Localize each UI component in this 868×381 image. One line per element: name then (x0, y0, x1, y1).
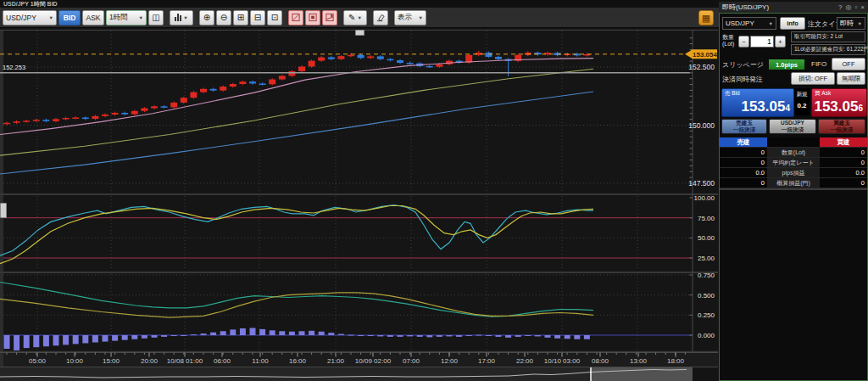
svg-text:25.00: 25.00 (698, 255, 715, 262)
sell-header: 売建 (720, 137, 767, 147)
tradable-hint: 取引可能目安: 2 Lot (791, 31, 865, 42)
grid-icon: ▦ (702, 13, 710, 23)
table-row: 0.0 pips損益 0.0 (720, 168, 867, 178)
svg-text:05:00: 05:00 (29, 357, 47, 365)
buy-ask-button[interactable]: 買 Ask 153.056 (811, 88, 867, 117)
svg-text:20:00: 20:00 (141, 357, 159, 365)
chevron-down-icon: ▼ (183, 15, 187, 20)
sell-bid-button[interactable]: 売 Bid 153.054 (721, 88, 794, 117)
pen-tool-select[interactable]: ✎ ▼ (343, 10, 367, 25)
slippage-badge: 1.0pips (769, 59, 804, 70)
svg-text:10/08 01:00: 10/08 01:00 (167, 357, 203, 365)
chart-toolbar: USD/JPY ▼ BID ASK 1時間 ▼ ◫ ▼ ⊕ ⊖ ⊞ ⊟ ⊡ (0, 8, 719, 28)
layout-single-icon: ⊡ (271, 14, 278, 22)
chart-window: USD/JPY 1時間 BID USD/JPY ▼ BID ASK 1時間 ▼ … (0, 0, 719, 381)
layout-grid-icon: ⊞ (237, 14, 244, 22)
order-panel-title: 即時(USD/JPY) (722, 2, 769, 13)
top-splitter-handle[interactable] (355, 30, 364, 36)
svg-text:10/10 03:00: 10/10 03:00 (544, 357, 581, 365)
svg-text:12:00: 12:00 (441, 357, 459, 365)
candlestick-type-icon (175, 14, 181, 21)
panel-splitter-handle[interactable] (0, 203, 7, 218)
bid-toggle-button[interactable]: BID (58, 10, 81, 25)
svg-text:75.00: 75.00 (698, 215, 715, 222)
display-menu-select[interactable]: 表示 ▼ (394, 10, 426, 25)
order-symbol-select[interactable]: USD/JPY▼ (722, 17, 776, 30)
fifo-label: FIFO (811, 60, 826, 68)
close-icon[interactable]: × (860, 2, 865, 13)
close-all-sell-button[interactable]: 売建玉一括決済 (721, 119, 767, 134)
spread-box: 新規 0.2 (794, 88, 810, 115)
draw-fibonacci-button[interactable] (322, 10, 337, 25)
ask-label: 買 Ask (815, 90, 831, 98)
order-panel-body: USD/JPY▼ info 注文タイプ 即時▼ 数量(Lot) − + 取引可能… (719, 13, 868, 381)
draw-trendline-button[interactable] (288, 10, 303, 25)
trendline-icon (292, 13, 300, 22)
layout-grid-button[interactable]: ⊞ (233, 10, 248, 25)
chart-type-select[interactable]: ▼ (170, 10, 193, 25)
svg-text:0.500: 0.500 (698, 292, 715, 300)
chevron-down-icon: ▼ (769, 21, 773, 26)
stop-loss-button[interactable]: 損切: OFF (791, 72, 835, 85)
svg-text:06:00: 06:00 (214, 357, 231, 365)
fifo-toggle-button[interactable]: OFF (832, 58, 865, 70)
ask-toggle-button[interactable]: ASK (82, 10, 104, 25)
info-button[interactable]: info (780, 17, 805, 30)
draw-shape-button[interactable] (305, 10, 320, 25)
close-all-positions-button[interactable]: USD/JPY一括決済 (769, 119, 816, 134)
rate-panel-button[interactable]: ▦ (698, 10, 714, 25)
pin-icon[interactable]: ◎ (846, 2, 852, 13)
bid-label: 売 Bid (725, 90, 740, 98)
svg-text:22:00: 22:00 (516, 357, 534, 365)
window-title: USD/JPY 1時間 BID (0, 0, 719, 8)
new-order-label: 新規 (794, 91, 810, 98)
popout-icon[interactable]: ▫ (854, 2, 857, 13)
order-panel-titlebar: 即時(USD/JPY) ? ◎ ▫ × (719, 2, 868, 13)
order-type-select[interactable]: 即時▼ (837, 17, 865, 30)
quantity-label: 数量(Lot) (722, 34, 734, 48)
svg-text:0.000: 0.000 (698, 332, 715, 339)
table-row: 0 数量(Lot) 0 (720, 148, 867, 158)
pen-icon: ✎ (348, 14, 355, 22)
zoom-in-button[interactable]: ⊕ (199, 10, 214, 25)
svg-text:10/09 02:00: 10/09 02:00 (355, 357, 392, 365)
symbol-select[interactable]: USD/JPY ▼ (3, 10, 57, 25)
chevron-down-icon: ▼ (139, 15, 143, 20)
compare-chart-button[interactable]: ◫ (148, 10, 164, 25)
chart-canvas[interactable]: 152.253152.500150.000147.500100.0075.005… (0, 30, 718, 381)
quantity-minus-button[interactable]: − (738, 36, 749, 48)
timeframe-select[interactable]: 1時間 ▼ (106, 10, 147, 25)
svg-text:10:00: 10:00 (66, 357, 84, 365)
svg-text:152.500: 152.500 (688, 63, 715, 71)
zoom-in-icon: ⊕ (203, 14, 210, 22)
svg-text:08:00: 08:00 (592, 357, 609, 365)
shape-tool-icon (309, 13, 317, 22)
layout-hsplit-button[interactable]: ⊟ (250, 10, 265, 25)
buy-header: 買建 (820, 137, 867, 147)
svg-text:0.750: 0.750 (698, 272, 715, 279)
expiry-button[interactable]: 無期限 (837, 72, 865, 85)
margin-hint: 1Lot必要証拠金目安: 61,222円 (791, 44, 865, 55)
eraser-icon (376, 14, 385, 22)
zoom-out-icon: ⊖ (220, 14, 227, 22)
svg-text:21:00: 21:00 (327, 357, 345, 365)
chevron-down-icon: ▼ (357, 15, 361, 20)
table-header-row: 売建 買建 (720, 137, 867, 148)
slippage-label: スリッページ (722, 60, 764, 70)
svg-text:18:00: 18:00 (667, 357, 685, 365)
order-panel: 即時(USD/JPY) ? ◎ ▫ × USD/JPY▼ info 注文タイプ … (719, 0, 868, 381)
svg-text:16:00: 16:00 (289, 357, 307, 365)
positions-table: 売建 買建 0 数量(Lot) 0 0 平均約定レート 0 0.0 pips損益… (720, 137, 867, 190)
svg-text:152.253: 152.253 (3, 64, 25, 71)
compare-icon: ◫ (152, 14, 159, 22)
layout-single-button[interactable]: ⊡ (267, 10, 282, 25)
quantity-input[interactable] (750, 36, 774, 48)
svg-text:15:00: 15:00 (103, 357, 120, 365)
spread-value: 0.2 (794, 102, 810, 109)
help-icon[interactable]: ? (838, 2, 842, 13)
close-all-buy-button[interactable]: 買建玉一括決済 (818, 119, 865, 134)
zoom-out-button[interactable]: ⊖ (216, 10, 231, 25)
svg-text:13:00: 13:00 (630, 357, 648, 365)
eraser-button[interactable] (373, 10, 388, 25)
quantity-plus-button[interactable]: + (775, 36, 786, 48)
